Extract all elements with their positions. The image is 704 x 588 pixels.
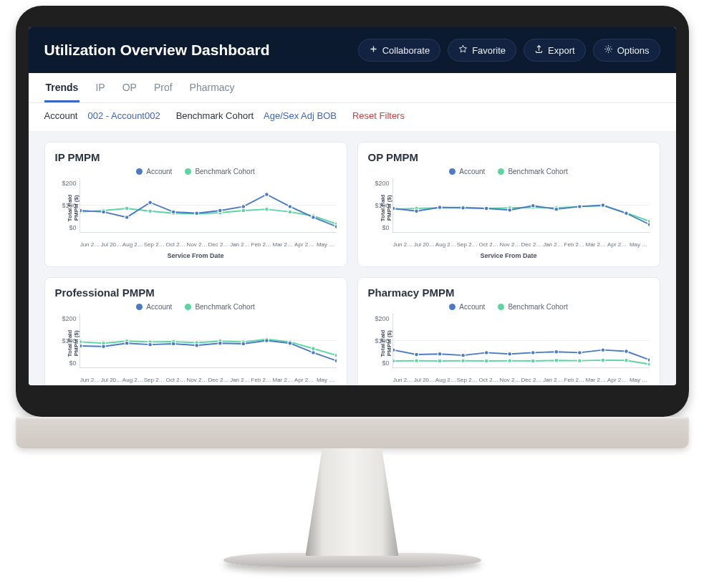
svg-point-41 <box>438 206 442 209</box>
cohort-filter-label: Benchmark Cohort <box>176 110 254 121</box>
svg-point-66 <box>125 342 129 345</box>
gear-icon <box>604 44 613 56</box>
legend-benchmark-label: Benchmark Cohort <box>195 303 254 311</box>
chart-title: IP PMPM <box>55 151 337 163</box>
monitor-chin <box>16 417 689 448</box>
svg-point-22 <box>264 193 269 196</box>
legend-account: Account <box>449 303 485 311</box>
x-tick: Jan 2… <box>229 241 251 248</box>
x-tick: Oct 2… <box>478 377 499 383</box>
legend-account: Account <box>136 168 172 175</box>
svg-point-80 <box>461 359 465 362</box>
x-tick: Nov 2… <box>499 241 521 248</box>
x-axis: Jun 2…Jul 20…Aug 2…Sep 2…Oct 2…Nov 2…Dec… <box>79 241 337 248</box>
chart-card: IP PMPMAccountBenchmark CohortTotal Paid… <box>44 142 347 267</box>
reset-filters-link[interactable]: Reset Filters <box>352 110 405 121</box>
x-tick: Sep 2… <box>456 241 478 248</box>
account-filter-value[interactable]: 002 - Account002 <box>87 110 160 121</box>
tab-prof[interactable]: Prof <box>153 73 174 102</box>
x-tick: Jan 2… <box>229 377 251 383</box>
x-axis: Jun 2…Jul 20…Aug 2…Sep 2…Oct 2…Nov 2…Dec… <box>79 377 337 383</box>
x-tick: Nov 2… <box>186 377 208 383</box>
svg-point-9 <box>241 208 245 212</box>
x-tick: Oct 2… <box>165 241 186 248</box>
page-title: Utilization Overview Dashboard <box>44 42 270 59</box>
collaborate-label: Collaborate <box>382 45 430 56</box>
svg-point-74 <box>311 351 315 355</box>
svg-point-91 <box>438 352 442 356</box>
legend-benchmark: Benchmark Cohort <box>498 303 567 311</box>
x-tick: Nov 2… <box>499 377 521 383</box>
svg-point-63 <box>334 353 337 357</box>
chart-card: Pharmacy PMPMAccountBenchmark CohortTota… <box>357 277 660 385</box>
svg-point-83 <box>531 359 535 362</box>
svg-point-20 <box>218 208 222 212</box>
export-button[interactable]: Export <box>524 39 586 62</box>
x-tick: Aug 2… <box>435 241 456 248</box>
x-axis: Jun 2…Jul 20…Aug 2…Sep 2…Oct 2…Nov 2…Dec… <box>392 377 650 383</box>
svg-point-45 <box>531 204 535 208</box>
svg-point-98 <box>601 348 605 352</box>
chart-legend: AccountBenchmark Cohort <box>368 303 650 311</box>
plot-area: Total Paid PMPM ($)$200$100$0 <box>55 178 337 241</box>
options-button[interactable]: Options <box>593 39 660 62</box>
x-tick: Mar 2… <box>272 241 294 248</box>
x-tick: Jan 2… <box>542 377 564 383</box>
cohort-filter-value[interactable]: Age/Sex Adj BOB <box>264 110 337 121</box>
svg-point-65 <box>101 344 105 348</box>
x-tick: Jul 20… <box>413 377 435 383</box>
legend-benchmark-swatch <box>498 168 504 175</box>
legend-account-swatch <box>449 168 455 175</box>
filter-bar: Account 002 - Account002 Benchmark Cohor… <box>29 103 676 132</box>
svg-point-77 <box>393 359 395 362</box>
x-tick: Jan 2… <box>542 241 564 248</box>
x-tick: Jun 2… <box>79 241 101 248</box>
x-tick: Jun 2… <box>79 377 101 383</box>
x-tick: Apr 2… <box>607 377 628 383</box>
svg-point-24 <box>311 216 315 219</box>
svg-point-87 <box>624 359 628 362</box>
star-icon <box>458 44 468 56</box>
chart-title: Professional PMPM <box>55 286 337 299</box>
x-tick: Sep 2… <box>143 241 165 248</box>
y-axis-title: Total Paid PMPM ($) <box>67 186 80 229</box>
collaborate-button[interactable]: Collaborate <box>358 39 441 62</box>
plot <box>79 178 337 233</box>
tab-op[interactable]: OP <box>121 73 138 102</box>
svg-point-92 <box>461 353 465 357</box>
x-tick: Feb 2… <box>564 377 585 383</box>
legend-benchmark-label: Benchmark Cohort <box>508 303 567 311</box>
svg-point-69 <box>194 344 198 347</box>
svg-point-48 <box>601 203 605 207</box>
legend-account: Account <box>449 168 485 175</box>
x-tick: Mar 2… <box>585 241 607 248</box>
options-label: Options <box>617 45 650 56</box>
x-tick: Jun 2… <box>392 377 414 383</box>
svg-point-14 <box>80 208 82 212</box>
x-tick: Sep 2… <box>143 377 165 383</box>
svg-point-71 <box>241 342 245 345</box>
plot <box>392 314 650 368</box>
svg-point-42 <box>461 206 465 210</box>
svg-point-82 <box>507 359 511 362</box>
x-axis: Jun 2…Jul 20…Aug 2…Sep 2…Oct 2…Nov 2…Dec… <box>392 241 650 248</box>
legend-benchmark: Benchmark Cohort <box>185 303 254 311</box>
legend-benchmark-label: Benchmark Cohort <box>508 168 567 175</box>
x-tick: Feb 2… <box>251 377 272 383</box>
tab-ip[interactable]: IP <box>94 73 106 102</box>
svg-point-73 <box>288 342 292 345</box>
svg-point-75 <box>334 359 337 362</box>
tabs-bar: TrendsIPOPProfPharmacy <box>29 73 676 103</box>
x-tick: Feb 2… <box>564 241 585 248</box>
svg-point-88 <box>647 362 650 366</box>
svg-point-5 <box>148 209 152 213</box>
tab-pharmacy[interactable]: Pharmacy <box>188 73 236 102</box>
svg-point-47 <box>577 205 582 208</box>
plot-area: Total Paid PMPM ($)$200$100$0 <box>368 314 650 377</box>
x-tick: Dec 2… <box>208 241 229 248</box>
legend-benchmark-swatch <box>498 304 504 310</box>
tab-trends[interactable]: Trends <box>44 73 80 102</box>
svg-point-68 <box>171 342 175 345</box>
svg-point-86 <box>601 358 605 362</box>
favorite-button[interactable]: Favorite <box>448 39 516 62</box>
